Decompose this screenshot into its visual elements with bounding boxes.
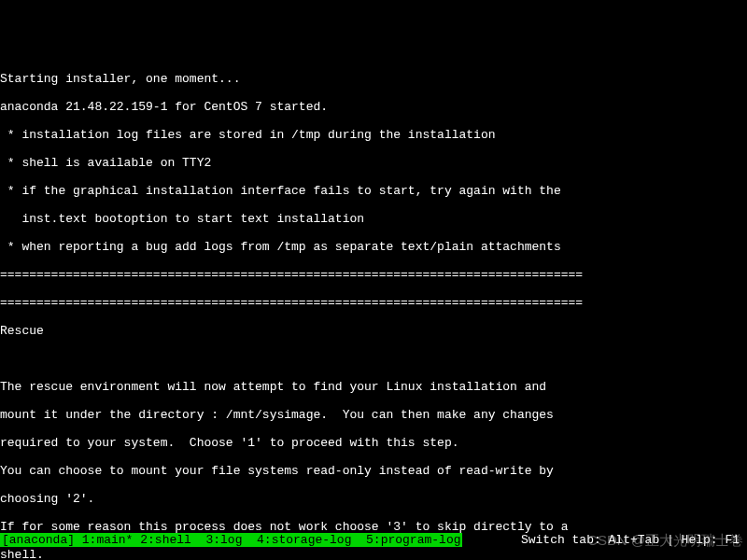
info-bullet: * if the graphical installation interfac… (0, 184, 747, 198)
rescue-text: If for some reason this process does not… (0, 520, 747, 534)
rescue-text: shell. (0, 548, 747, 560)
boot-line: anaconda 21.48.22.159-1 for CentOS 7 sta… (0, 100, 747, 114)
separator: ========================================… (0, 268, 747, 282)
boot-line: Starting installer, one moment... (0, 72, 747, 86)
status-bar: [anaconda] 1:main* 2:shell 3:log 4:stora… (0, 533, 747, 547)
status-bar-tabs[interactable]: [anaconda] 1:main* 2:shell 3:log 4:stora… (0, 533, 462, 547)
section-title: Rescue (0, 324, 747, 338)
rescue-text: The rescue environment will now attempt … (0, 380, 747, 394)
terminal-output: Starting installer, one moment... anacon… (0, 56, 747, 560)
info-bullet: * shell is available on TTY2 (0, 156, 747, 170)
separator: ========================================… (0, 296, 747, 310)
info-bullet: * when reporting a bug add logs from /tm… (0, 240, 747, 254)
blank-line (0, 352, 747, 366)
rescue-text: You can choose to mount your file system… (0, 464, 747, 478)
info-bullet: * installation log files are stored in /… (0, 128, 747, 142)
rescue-text: choosing '2'. (0, 492, 747, 506)
rescue-text: required to your system. Choose '1' to p… (0, 436, 747, 450)
info-bullet: inst.text bootoption to start text insta… (0, 212, 747, 226)
status-bar-help: Switch tab: Alt+Tab | Help: F1 (521, 533, 747, 547)
rescue-text: mount it under the directory : /mnt/sysi… (0, 408, 747, 422)
